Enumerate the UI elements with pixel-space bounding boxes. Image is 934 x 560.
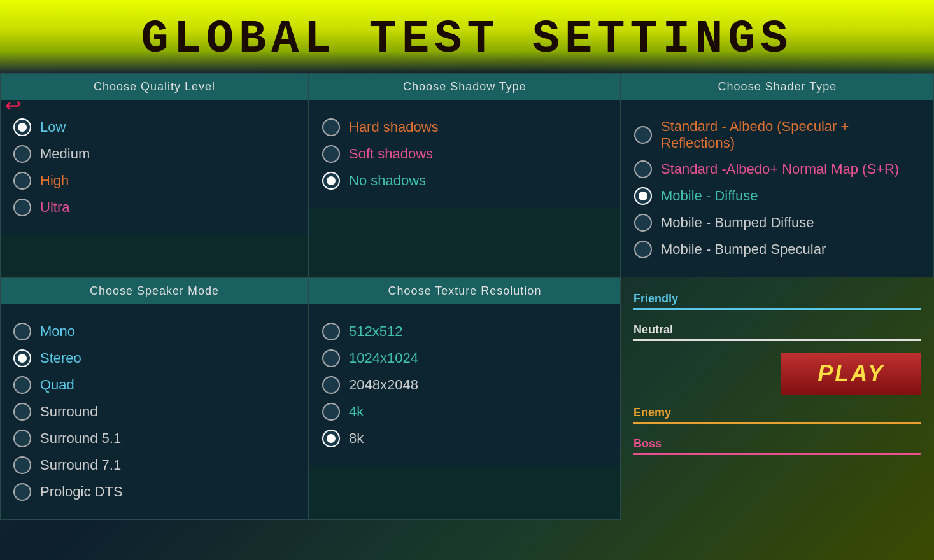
radio-button[interactable] [322, 403, 340, 421]
radio-label: Mobile - Diffuse [661, 188, 758, 204]
radio-button[interactable] [322, 323, 340, 340]
radio-item[interactable]: Prologic DTS [13, 483, 295, 501]
color-label-text: Boss [633, 437, 921, 451]
radio-item[interactable]: High [13, 172, 295, 190]
radio-item[interactable]: 8k [322, 430, 607, 447]
radio-button[interactable] [13, 145, 31, 163]
radio-button[interactable] [13, 376, 31, 394]
quality-panel-header: Choose Quality Level [1, 74, 308, 100]
radio-item[interactable]: Quad [13, 376, 295, 394]
radio-button[interactable] [322, 118, 340, 136]
shader-panel-body: Standard - Albedo (Specular + Reflection… [621, 100, 933, 277]
radio-button[interactable] [13, 483, 31, 501]
radio-button[interactable] [634, 187, 652, 205]
radio-label: Surround [40, 403, 98, 420]
radio-label: 512x512 [349, 323, 402, 340]
quality-panel-body: LowMediumHighUltra [1, 100, 308, 235]
color-bar [633, 422, 921, 424]
radio-label: Mobile - Bumped Specular [661, 241, 826, 258]
texture-panel-body: 512x5121024x10242048x20484k8k [309, 304, 620, 466]
radio-button[interactable] [322, 430, 340, 447]
radio-label: Surround 5.1 [40, 430, 121, 447]
radio-label: Stereo [40, 350, 81, 367]
page-title: GLOBAL TEST SETTINGS [141, 13, 793, 66]
color-bar [633, 339, 921, 341]
radio-button[interactable] [634, 126, 652, 144]
radio-label: 4k [349, 403, 364, 420]
radio-label: Medium [40, 146, 90, 162]
radio-button[interactable] [13, 172, 31, 190]
radio-button[interactable] [634, 241, 652, 258]
color-label-row: Neutral [633, 323, 921, 341]
radio-label: Mono [40, 323, 75, 340]
radio-item[interactable]: Medium [13, 145, 295, 163]
radio-item[interactable]: 2048x2048 [322, 376, 607, 394]
shadow-panel-header: Choose Shadow Type [309, 74, 620, 100]
radio-label: Standard -Albedo+ Normal Map (S+R) [661, 161, 899, 178]
radio-label: Surround 7.1 [40, 457, 121, 473]
radio-item[interactable]: Surround [13, 403, 295, 421]
radio-label: Ultra [40, 199, 69, 216]
radio-button[interactable] [634, 214, 652, 232]
radio-item[interactable]: Low [13, 118, 295, 136]
shadow-panel: Choose Shadow Type Hard shadowsSoft shad… [309, 73, 621, 277]
back-arrow-icon[interactable]: ↩ [5, 94, 21, 116]
radio-item[interactable]: Stereo [13, 349, 295, 367]
radio-label: Quad [40, 377, 74, 393]
radio-item[interactable]: Standard -Albedo+ Normal Map (S+R) [634, 160, 921, 178]
texture-panel: Choose Texture Resolution 512x5121024x10… [309, 277, 621, 520]
radio-item[interactable]: No shadows [322, 172, 607, 190]
radio-button[interactable] [322, 349, 340, 367]
shader-panel: Choose Shader Type Standard - Albedo (Sp… [621, 73, 934, 277]
radio-item[interactable]: Surround 5.1 [13, 430, 295, 447]
radio-item[interactable]: Mobile - Bumped Diffuse [634, 214, 921, 232]
radio-item[interactable]: 1024x1024 [322, 349, 607, 367]
radio-label: Standard - Albedo (Specular + Reflection… [661, 118, 921, 151]
radio-item[interactable]: 512x512 [322, 323, 607, 340]
main-grid: Choose Quality Level LowMediumHighUltra … [0, 73, 934, 520]
radio-button[interactable] [13, 349, 31, 367]
radio-button[interactable] [322, 376, 340, 394]
radio-item[interactable]: 4k [322, 403, 607, 421]
radio-item[interactable]: Standard - Albedo (Specular + Reflection… [634, 118, 921, 151]
radio-item[interactable]: Mobile - Bumped Specular [634, 241, 921, 258]
radio-button[interactable] [634, 160, 652, 178]
play-button[interactable]: PLAY [781, 353, 921, 395]
speaker-panel-header: Choose Speaker Mode [1, 278, 308, 304]
radio-item[interactable]: Surround 7.1 [13, 456, 295, 474]
radio-label: Soft shadows [349, 146, 433, 162]
texture-panel-header: Choose Texture Resolution [309, 278, 620, 304]
radio-button[interactable] [13, 456, 31, 474]
radio-item[interactable]: Mobile - Diffuse [634, 187, 921, 205]
color-bar [633, 453, 921, 455]
radio-item[interactable]: Ultra [13, 199, 295, 216]
radio-item[interactable]: Mono [13, 323, 295, 340]
shader-panel-header: Choose Shader Type [621, 74, 933, 100]
color-bar [633, 308, 921, 310]
radio-label: No shadows [349, 172, 426, 189]
color-label-text: Friendly [633, 292, 921, 305]
radio-label: Prologic DTS [40, 484, 123, 500]
radio-button[interactable] [322, 145, 340, 163]
speaker-panel: Choose Speaker Mode MonoStereoQuadSurrou… [0, 277, 309, 520]
radio-button[interactable] [322, 172, 340, 190]
radio-button[interactable] [13, 403, 31, 421]
color-label-text: Neutral [633, 323, 921, 337]
radio-label: 2048x2048 [349, 377, 418, 393]
radio-button[interactable] [13, 199, 31, 216]
radio-item[interactable]: Soft shadows [322, 145, 607, 163]
radio-item[interactable]: Hard shadows [322, 118, 607, 136]
radio-label: 1024x1024 [349, 350, 418, 367]
page-header: GLOBAL TEST SETTINGS [0, 0, 934, 73]
shadow-panel-body: Hard shadowsSoft shadowsNo shadows [309, 100, 620, 208]
radio-label: Hard shadows [349, 119, 439, 136]
speaker-panel-body: MonoStereoQuadSurroundSurround 5.1Surrou… [1, 304, 308, 519]
color-label-text: Enemy [633, 406, 921, 419]
quality-panel: Choose Quality Level LowMediumHighUltra [0, 73, 309, 277]
radio-button[interactable] [13, 430, 31, 447]
radio-button[interactable] [13, 323, 31, 340]
color-label-row: Boss [633, 437, 921, 455]
radio-button[interactable] [13, 118, 31, 136]
radio-label: 8k [349, 430, 364, 447]
bottom-right-panel: FriendlyNeutralPLAYEnemyBoss [621, 277, 934, 520]
